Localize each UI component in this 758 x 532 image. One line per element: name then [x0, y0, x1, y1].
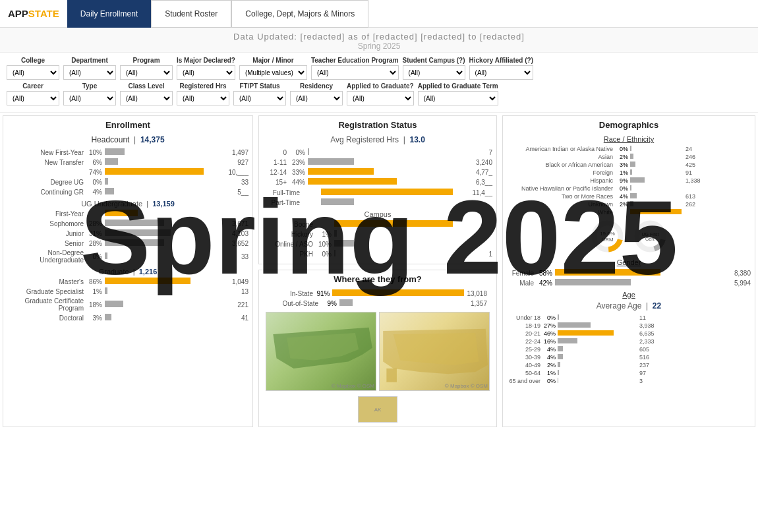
ug-first-gen-label: UG FirstGen.	[641, 232, 658, 241]
filter-applied-graduate: Applied to Graduate? (All)	[347, 82, 414, 105]
gender-bar-wrap	[555, 279, 732, 287]
race-row-black: Black or African American 3% 425	[507, 162, 751, 168]
banner-line1: Data Updated: [redacted] as of [redacted…	[0, 32, 758, 42]
bar-container	[334, 250, 486, 258]
filter-residency-select[interactable]: (All)	[290, 91, 343, 105]
bar-label: Master's	[7, 278, 86, 285]
race-bar-wrap	[630, 193, 683, 200]
filter-dept-label: Department	[63, 57, 116, 64]
maps-container: © Mapbox © OSM © Mapbox © OSM	[263, 309, 492, 394]
bar-graphic	[105, 178, 108, 185]
bar-value: 33	[239, 253, 248, 260]
race-bar-wrap	[630, 169, 683, 176]
gender-title: Gender	[507, 258, 751, 266]
avg-reg-hrs-line: Avg Registered Hrs | 13.0	[263, 135, 492, 144]
race-bar-wrap	[630, 154, 683, 160]
filter-applied-grad-term-label: Applied to Graduate Term	[418, 82, 498, 90]
bar-container	[105, 239, 229, 247]
race-value: 613	[683, 193, 695, 200]
wf-bar-graphic	[339, 299, 353, 306]
bar-graphic	[334, 220, 453, 227]
age-bar-graphic	[558, 378, 558, 383]
filter-college: College (All)	[7, 57, 59, 80]
race-pct: 2%	[616, 154, 630, 160]
filter-ftpt-select[interactable]: (All)	[233, 91, 286, 105]
filter-major-declared: Is Major Declared? (All)	[177, 57, 235, 80]
filter-hickory-select[interactable]: (All)	[469, 65, 533, 80]
filter-major-declared-select[interactable]: (All)	[177, 65, 235, 80]
bar-value: 33	[239, 179, 248, 186]
age-pct: 0%	[543, 378, 558, 384]
bar-row-junior: Junior 31% 4,103	[7, 229, 248, 237]
age-bar-wrap	[558, 338, 637, 345]
logo-app: APP	[8, 8, 28, 19]
bar-pct: 3%	[86, 314, 105, 322]
race-label: Foreign	[507, 169, 616, 176]
bar-label: Graduate Certificate Program	[7, 297, 86, 312]
bar-container	[334, 230, 490, 238]
bar-label: New First-Year	[7, 149, 86, 156]
bar-value: 11,4__	[469, 189, 492, 196]
filter-program-select[interactable]: (All)	[120, 65, 173, 80]
filter-college-select[interactable]: (All)	[7, 65, 59, 80]
bar-container	[334, 240, 490, 248]
filter-type-select[interactable]: (All)	[63, 91, 116, 105]
gender-row-female: Female 58% 8,380	[507, 269, 751, 277]
race-ethnicity-section: Race / Ethnicity American Indian or Alas…	[507, 135, 751, 254]
bar-value: 10,___	[225, 169, 248, 176]
age-row-under18: Under 18 0% 11	[507, 314, 751, 321]
filter-dept-select[interactable]: (All)	[63, 65, 116, 80]
filter-class-level-label: Class Level	[120, 82, 173, 90]
age-label: 30-39	[507, 354, 543, 361]
filter-type: Type (All)	[63, 82, 116, 105]
main-content: Enrollment Headcount | 14,375 New First-…	[0, 113, 758, 430]
bar-pct: 0%	[86, 253, 105, 260]
age-row-30-39: 30-39 4% 516	[507, 354, 751, 361]
bar-graphic	[105, 220, 164, 226]
race-bar-graphic	[630, 154, 633, 159]
bar-row-grad-specialist: Graduate Specialist 1% 13	[7, 287, 248, 295]
us-map-credit: © Mapbox © OSM	[445, 383, 488, 389]
filter-class-level-select[interactable]: (All)	[120, 91, 173, 105]
bar-container	[105, 188, 235, 196]
bar-graphic	[334, 240, 354, 247]
filter-career: Career (All)	[7, 82, 59, 105]
age-row-20-21: 20-21 46% 6,635	[507, 330, 751, 337]
bar-label: Boone	[263, 221, 316, 228]
bar-container	[105, 210, 246, 218]
bar-label: PKH	[263, 251, 316, 258]
gender-pct: 58%	[537, 270, 555, 277]
tab-student-roster[interactable]: Student Roster	[151, 0, 231, 28]
registration-panel: Registration Status Avg Registered Hrs |…	[258, 115, 497, 264]
bar-row-doctoral: Doctoral 3% 41	[7, 314, 248, 322]
filter-reg-hrs-select[interactable]: (All)	[177, 91, 229, 105]
race-value: 246	[683, 154, 695, 160]
race-ethnicity-title: Race / Ethnicity	[507, 135, 751, 143]
bar-pct: 10%	[316, 241, 334, 248]
filter-program-label: Program	[120, 57, 173, 64]
filter-applied-grad-term-select[interactable]: (All)	[418, 91, 498, 105]
age-label: Under 18	[507, 314, 543, 321]
filter-student-campus-select[interactable]: (All)	[403, 65, 465, 80]
bar-graphic	[321, 189, 453, 195]
bar-pct: 0%	[289, 149, 308, 156]
filter-career-select[interactable]: (All)	[7, 91, 59, 105]
banner: Data Updated: [redacted] as of [redacted…	[0, 28, 758, 53]
age-title: Age	[507, 291, 751, 299]
filter-major-minor-select[interactable]: (Multiple values)	[239, 65, 307, 80]
bar-pct: 18%	[86, 301, 105, 309]
age-pct: 4%	[543, 346, 558, 353]
tab-college-dept[interactable]: College, Dept, Majors & Minors	[231, 0, 368, 28]
filter-teacher-ed-select[interactable]: (All)	[311, 65, 399, 80]
age-bar-wrap	[558, 322, 637, 329]
wf-pct: 91%	[316, 290, 332, 297]
bar-row-non-degree-ug: Non-Degree Undergraduate 0% 33	[7, 249, 248, 264]
filter-applied-grad-select[interactable]: (All)	[347, 91, 414, 105]
tab-daily-enrollment[interactable]: Daily Enrollment	[67, 0, 151, 28]
race-bar-graphic	[630, 201, 633, 206]
gender-row-male: Male 42% 5,994	[507, 279, 751, 287]
race-bar-wrap	[630, 146, 683, 152]
bar-value: 1	[486, 251, 492, 258]
avg-age-label: Average Age	[597, 301, 642, 310]
filter-student-campus-label: Student Campus (?)	[403, 57, 465, 64]
